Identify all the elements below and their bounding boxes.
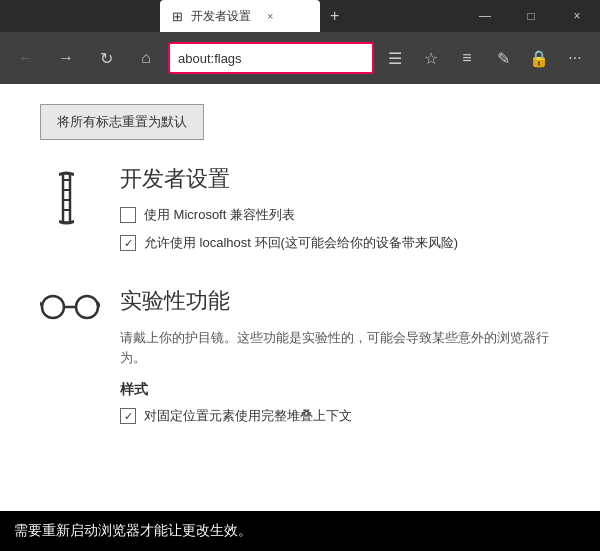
home-button[interactable]: ⌂	[128, 40, 164, 76]
navbar: ← → ↻ ⌂ ☰ ☆ ≡ ✎ 🔒 ···	[0, 32, 600, 84]
tab-icon: ⊞	[172, 9, 183, 24]
reset-flags-button[interactable]: 将所有标志重置为默认	[40, 104, 204, 140]
checkbox-stacking-box[interactable]	[120, 408, 136, 424]
bottom-bar: 需要重新启动浏览器才能让更改生效。	[0, 511, 600, 551]
address-input[interactable]	[178, 51, 364, 66]
window-controls: — □ ×	[462, 0, 600, 32]
share-button[interactable]: 🔒	[522, 41, 556, 75]
checkbox-stacking-label: 对固定位置元素使用完整堆叠上下文	[144, 407, 352, 425]
experimental-section-title: 实验性功能	[120, 286, 560, 316]
checkbox-localhost[interactable]: 允许使用 localhost 环回(这可能会给你的设备带来风险)	[120, 234, 560, 252]
experimental-section-desc: 请戴上你的护目镜。这些功能是实验性的，可能会导致某些意外的浏览器行为。	[120, 328, 560, 367]
reading-view-button[interactable]: ☰	[378, 41, 412, 75]
new-tab-button[interactable]: +	[320, 7, 349, 25]
notes-button[interactable]: ✎	[486, 41, 520, 75]
developer-section: 开发者设置 使用 Microsoft 兼容性列表 允许使用 localhost …	[40, 164, 560, 262]
favorites-button[interactable]: ☆	[414, 41, 448, 75]
titlebar: ⊞ 开发者设置 × + — □ ×	[0, 0, 600, 32]
close-button[interactable]: ×	[554, 0, 600, 32]
forward-button[interactable]: →	[48, 40, 84, 76]
experimental-section-content: 实验性功能 请戴上你的护目镜。这些功能是实验性的，可能会导致某些意外的浏览器行为…	[120, 286, 560, 435]
tab-close-button[interactable]: ×	[267, 10, 273, 22]
svg-rect-6	[42, 296, 64, 318]
checkbox-ms-compat-box[interactable]	[120, 207, 136, 223]
maximize-button[interactable]: □	[508, 0, 554, 32]
tab-label: 开发者设置	[191, 8, 251, 25]
nav-right-buttons: ☰ ☆ ≡ ✎ 🔒 ···	[378, 41, 592, 75]
experimental-section-icon	[40, 286, 100, 435]
checkbox-ms-compat[interactable]: 使用 Microsoft 兼容性列表	[120, 206, 560, 224]
style-subsection-title: 样式	[120, 381, 560, 399]
checkbox-stacking[interactable]: 对固定位置元素使用完整堆叠上下文	[120, 407, 560, 425]
browser-tab[interactable]: ⊞ 开发者设置 ×	[160, 0, 320, 32]
experimental-section: 实验性功能 请戴上你的护目镜。这些功能是实验性的，可能会导致某些意外的浏览器行为…	[40, 286, 560, 435]
address-bar[interactable]	[168, 42, 374, 74]
dev-section-icon	[40, 164, 100, 262]
more-button[interactable]: ···	[558, 41, 592, 75]
refresh-button[interactable]: ↻	[88, 40, 124, 76]
checkbox-ms-compat-label: 使用 Microsoft 兼容性列表	[144, 206, 295, 224]
minimize-button[interactable]: —	[462, 0, 508, 32]
checkbox-localhost-label: 允许使用 localhost 环回(这可能会给你的设备带来风险)	[144, 234, 458, 252]
developer-section-title: 开发者设置	[120, 164, 560, 194]
checkbox-localhost-box[interactable]	[120, 235, 136, 251]
bottom-bar-text: 需要重新启动浏览器才能让更改生效。	[14, 522, 252, 540]
hub-button[interactable]: ≡	[450, 41, 484, 75]
svg-rect-7	[76, 296, 98, 318]
back-button[interactable]: ←	[8, 40, 44, 76]
page-content: 将所有标志重置为默认 开发者设置 使用 Microsoft 兼容性列表	[0, 84, 600, 511]
developer-section-content: 开发者设置 使用 Microsoft 兼容性列表 允许使用 localhost …	[120, 164, 560, 262]
